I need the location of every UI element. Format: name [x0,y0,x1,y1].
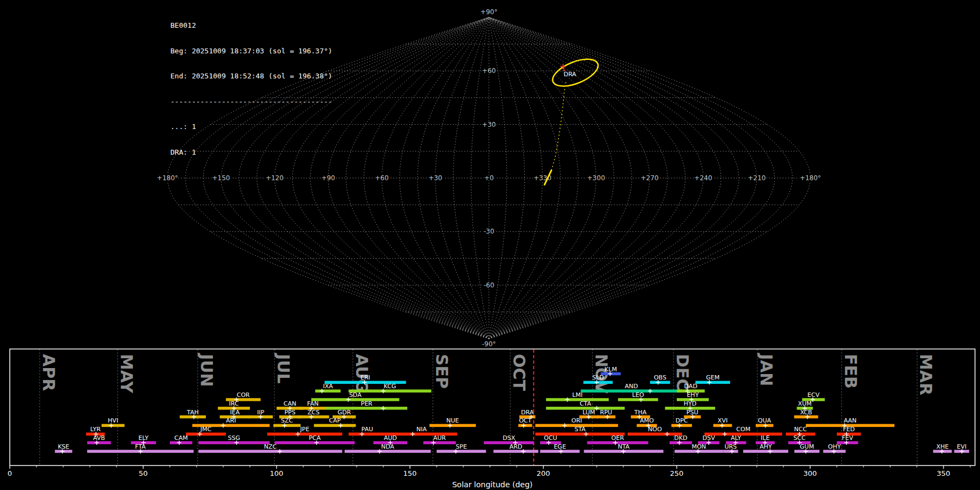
shower-label-KSE: KSE [58,443,69,450]
equator-label-+270: +270 [641,174,659,182]
shower-label-XUM: XUM [798,400,812,407]
shower-label-IRC: IRC [229,400,239,407]
count-sporadic: ...: 1 [170,122,332,131]
shower-label-ILE: ILE [761,434,769,442]
end-time-line: End: 20251009 18:52:48 (sol = 196.38°) [170,72,332,81]
shower-label-AHY: AHY [759,443,772,450]
shower-label-KLM: KLM [604,366,617,373]
shower-label-GEM: GEM [706,374,720,381]
shower-bar-LEO [618,398,658,401]
shower-label-FED: FED [843,426,855,433]
shower-label-NTA: NTA [618,443,630,450]
shower-label-IIP: IIP [257,409,264,416]
shower-bar-IXA [315,389,341,393]
shower-label-THA: THA [634,409,647,416]
month-label-OCT: OCT [510,354,529,391]
equator-label-+60: +60 [375,174,389,182]
tick-label-50: 50 [139,469,148,477]
shower-label-JMC: JMC [200,426,212,433]
shower-label-AMO: AMO [640,417,654,424]
shower-label-SZC: SZC [281,417,293,424]
shower-label-PSU: PSU [687,409,699,416]
month-label-APR: APR [39,354,58,391]
shower-label-NOO: NOO [648,426,662,433]
shower-label-CAP: CAP [329,417,341,424]
equator-label-+180°: +180° [800,174,821,182]
month-label-JUN: JUN [197,353,216,387]
shower-label-NCC: NCC [794,426,807,433]
shower-label-SCC: SCC [793,434,806,442]
shower-label-DRA: DRA [521,409,534,416]
shower-label-NIA: NIA [416,426,427,433]
shower-label-FAN: FAN [307,400,318,407]
shower-label-MON: MON [691,443,706,450]
radiant-map-screen: +180°+150+120+90+60+30+0+330+300+270+240… [0,0,980,490]
month-label-SEP: SEP [432,354,451,389]
shower-label-IEA: IEA [230,409,240,416]
shower-bar-NUE [430,424,476,427]
shower-label-GUM: GUM [800,443,814,450]
count-dra: DRA: 1 [170,148,332,157]
shower-label-SDA: SDA [349,391,362,399]
month-label-MAR: MAR [916,354,935,395]
shower-label-GDR: GDR [338,409,351,416]
shower-label-OHY: OHY [828,443,841,450]
shower-bar-JMC [186,433,226,436]
shower-bar-AUR [424,441,456,444]
shower-label-OCU: OCU [544,434,557,442]
equator-label-+150: +150 [212,174,230,182]
shower-label-DPC: DPC [676,417,688,424]
shower-label-HVI: HVI [108,417,118,424]
shower-label-ELY: ELY [138,434,149,442]
shower-activity-timeline: APRMAYJUNJULAUGSEPOCTNOVDECJANFEBMARKLME… [0,348,980,490]
shower-label-LEO: LEO [632,391,644,399]
shower-label-COR: COR [237,391,250,399]
shower-label-DSV: DSV [702,434,715,442]
shower-label-CAM: CAM [174,434,188,442]
shower-label-NUE: NUE [446,417,459,424]
equator-label-+210: +210 [748,174,766,182]
shower-bar-SZC [273,424,301,427]
shower-label-ALY: ALY [731,434,741,442]
shower-label-EHY: EHY [687,391,699,399]
tick-label-300: 300 [804,469,817,477]
month-label-JAN: JAN [757,353,776,387]
shower-label-CTA: CTA [580,400,592,407]
shower-label-FEV: FEV [842,434,853,442]
shower-label-OER: OER [611,434,624,442]
month-label-JUL: JUL [274,353,293,384]
shower-label-URS: URS [725,443,737,450]
equator-label-+0: +0 [484,174,494,182]
shower-label-AUD: AUD [384,434,397,442]
shower-label-ORI: ORI [571,417,582,424]
shower-label-SSG: SSG [228,434,241,442]
shower-bar-CAP [314,424,356,427]
shower-label-PAU: PAU [362,426,373,433]
shower-bar-PAU [348,433,386,436]
tick-label-100: 100 [270,469,284,477]
latitude-label-+60: +60 [482,67,495,75]
latitude-label--60: -60 [483,281,494,289]
shower-label-SPE: SPE [456,443,467,450]
shower-label-XHE: XHE [936,443,949,450]
shower-label-PPS: PPS [284,409,295,416]
x-axis-label: Solar longitude (deg) [452,480,532,489]
shower-label-NZC: NZC [264,443,277,450]
shower-label-PER: PER [361,400,373,407]
shower-label-ERI: ERI [360,374,370,381]
shower-label-NDA: NDA [381,443,395,450]
shower-bar-AVB [87,441,111,444]
shower-label-ZCS: ZCS [308,409,320,416]
shower-label-DAD: DAD [684,383,697,390]
latitude-label--30: -30 [483,228,494,235]
shower-bar-ZCS [298,415,329,419]
shower-label-CAN: CAN [284,400,296,407]
shower-label-DKD: DKD [674,434,687,442]
tick-label-150: 150 [403,469,417,477]
shower-label-FTA: FTA [135,443,146,450]
shower-label-AND: AND [625,383,638,390]
shower-label-OCT: OCT [519,417,531,424]
latitude-label-+30: +30 [482,121,495,128]
shower-label-LMI: LMI [572,391,583,399]
shower-label-PCA: PCA [309,434,321,442]
